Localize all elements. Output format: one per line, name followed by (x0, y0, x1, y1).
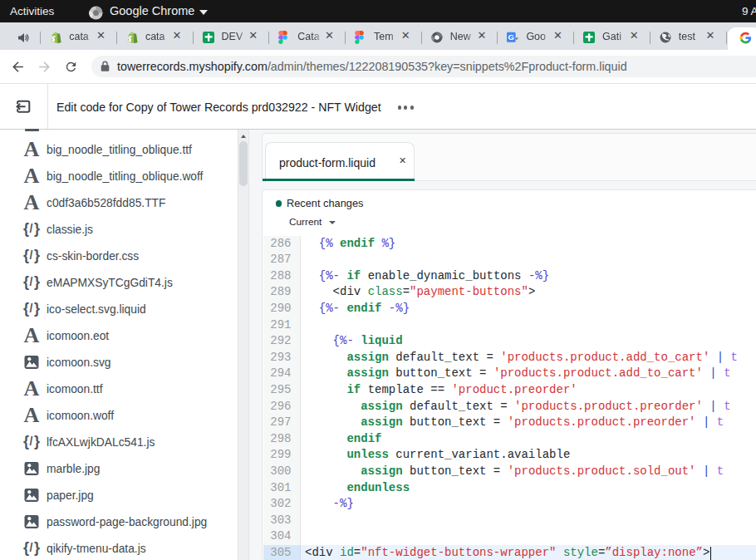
svg-text:G: G (508, 32, 514, 42)
